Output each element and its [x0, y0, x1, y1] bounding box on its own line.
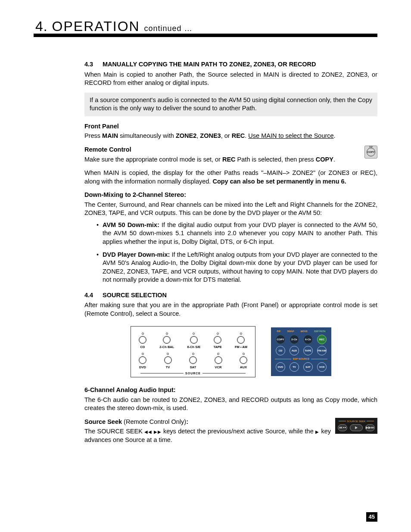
- section-4-4-intro: After making sure that you are in the ap…: [84, 301, 377, 318]
- src-cd: CD: [139, 333, 146, 349]
- panel-source-label: SOURCE: [139, 371, 247, 375]
- remote-top-labels: PIP SWAP MOVE SSP PATH: [274, 330, 329, 333]
- chapter-number: 4.: [35, 19, 48, 34]
- note-box: If a source component's audio is connect…: [84, 93, 377, 116]
- downmix-bullet-list: AVM 50 Down-mix: If the digital audio ou…: [97, 221, 377, 284]
- forward-icon: ▶▶: [154, 429, 161, 434]
- six-channel-heading: 6-Channel Analog Audio Input:: [84, 386, 377, 395]
- source-diagrams: CD 2-Ch BAL 6-Ch S/E TAPE FM • AM DVD TV…: [84, 326, 377, 378]
- key-rec: REC: [232, 132, 245, 139]
- text: , or: [221, 132, 232, 139]
- label: SOURCE: [185, 371, 201, 375]
- rbtn-cd: CD: [276, 346, 285, 355]
- continued-label: continued …: [144, 24, 193, 33]
- key-rec: REC: [222, 156, 236, 163]
- text: .: [334, 132, 336, 139]
- rbtn-copy: COPY: [276, 335, 285, 344]
- label: AUX: [240, 365, 247, 370]
- page-number: 45: [366, 512, 377, 522]
- text: keys detect the previous/next active Sou…: [161, 428, 315, 435]
- bullet-dvd-downmix: DVD Player Down-mix: If the Left/Right a…: [97, 251, 377, 284]
- rbtn-6ch: 6-Ch: [303, 335, 313, 344]
- chapter-heading: 4. OPERATION continued …: [35, 17, 193, 36]
- label: SAT: [190, 365, 196, 370]
- copy-icon-circle: COPY: [367, 148, 375, 156]
- copy-button-icon: PIP COPY: [364, 146, 377, 159]
- key-zone3: ZONE3: [200, 132, 221, 139]
- section-number: 4.3: [84, 60, 101, 69]
- remote-row-1: COPY 2-Ch 6-Ch REC: [274, 335, 329, 344]
- remote-row-2: CD AUX TAPE FM AM: [274, 346, 329, 355]
- bullet-avm50-downmix: AVM 50 Down-mix: If the digital audio ou…: [97, 221, 377, 246]
- label: VCR: [215, 365, 222, 370]
- label: SSP PATH: [314, 330, 326, 333]
- rbtn-dvd: DVD: [276, 362, 285, 372]
- rbtn-tape: TAPE: [303, 346, 313, 355]
- header-rule: [34, 34, 377, 37]
- section-4-4-heading: 4.4 SOURCE SELECTION: [84, 291, 377, 300]
- remote-diagram: PIP SWAP MOVE SSP PATH COPY 2-Ch 6-Ch RE…: [271, 327, 331, 376]
- key-zone2: ZONE2: [176, 132, 196, 139]
- seek-prev-icon: ⏮◀◀: [338, 424, 347, 431]
- remote-row-3: DVD TV SAT VCR: [274, 362, 329, 372]
- downmix-paragraph: The Center, Surround, and Rear channels …: [84, 201, 377, 218]
- pip-label: PIP: [365, 146, 377, 149]
- label: MOVE: [301, 330, 308, 333]
- copy-icon-label: COPY: [367, 150, 374, 154]
- source-seek-heading: Source Seek (Remote Control Only):: [84, 418, 377, 426]
- source-seek-diagram: SOURCE SEEK ⏮◀◀ ▶ ▶▶⏭: [335, 418, 377, 434]
- src-tv: TV: [164, 353, 172, 370]
- section-title: MANUALLY COPYING THE MAIN PATH TO ZONE2,…: [103, 61, 316, 68]
- label: DVD: [139, 365, 146, 370]
- label: CD: [140, 345, 145, 349]
- source-seek-body: The SOURCE SEEK ◀◀ ▶▶ keys detect the pr…: [84, 427, 377, 444]
- heading-bold: Source Seek: [84, 418, 122, 425]
- play-icon: ▶: [315, 429, 319, 434]
- label: SSP SOURCE: [293, 357, 309, 361]
- key-copy: COPY: [316, 156, 333, 163]
- bold-note: Copy can also be set permanently in menu…: [212, 178, 346, 185]
- src-vcr: VCR: [215, 353, 222, 370]
- section-4-3-intro: When Main is copied to another Path, the…: [84, 71, 377, 87]
- six-channel-body: The 6-Ch audio can be routed to ZONE2, Z…: [84, 396, 377, 413]
- label: PIP: [277, 330, 281, 333]
- section-title: SOURCE SELECTION: [103, 292, 167, 299]
- underlined-note: Use MAIN to select the Source: [248, 132, 333, 139]
- label: 6-Ch S/E: [187, 345, 200, 349]
- remote-control-heading: Remote Control: [84, 146, 377, 154]
- rbtn-aux: AUX: [290, 346, 299, 355]
- bullet-lead: AVM 50 Down-mix:: [103, 221, 159, 228]
- rbtn-tv: TV: [290, 362, 299, 372]
- seek-label: SOURCE SEEK: [338, 420, 375, 423]
- section-4-3-heading: 4.3 MANUALLY COPYING THE MAIN PATH TO ZO…: [84, 60, 377, 69]
- src-fm-am: FM • AM: [235, 333, 247, 349]
- src-aux: AUX: [240, 353, 247, 370]
- seek-play-icon: ▶: [350, 424, 363, 431]
- src-2ch-bal: 2-Ch BAL: [159, 333, 174, 349]
- text: Path is selected, then press: [236, 156, 316, 163]
- label: 2-Ch BAL: [159, 345, 174, 349]
- seek-next-icon: ▶▶⏭: [365, 424, 375, 431]
- rewind-icon: ◀◀: [144, 429, 152, 434]
- label: FM • AM: [235, 345, 247, 349]
- text: The SOURCE SEEK: [84, 428, 144, 435]
- rbtn-rec: REC: [317, 335, 327, 344]
- heading-plain: (Remote Control Only): [122, 418, 186, 425]
- panel-row-2: DVD TV SAT VCR AUX: [139, 353, 247, 370]
- label: SWAP: [287, 330, 294, 333]
- text: .: [333, 156, 335, 163]
- src-sat: SAT: [189, 353, 197, 370]
- text: Press: [84, 132, 102, 139]
- heading-colon: :: [186, 418, 188, 425]
- bullet-lead: DVD Player Down-mix:: [103, 251, 170, 258]
- section-number: 4.4: [84, 291, 101, 300]
- panel-row-1: CD 2-Ch BAL 6-Ch S/E TAPE FM • AM: [139, 333, 247, 349]
- main-copied-paragraph: When MAIN is copied, the display for the…: [84, 169, 377, 186]
- rbtn-sat: SAT: [303, 362, 313, 372]
- src-dvd: DVD: [139, 353, 146, 370]
- rbtn-2ch: 2-Ch: [290, 335, 299, 344]
- src-6ch-se: 6-Ch S/E: [187, 333, 200, 349]
- front-panel-instruction: Press MAIN simultaneously with ZONE2, ZO…: [84, 132, 377, 140]
- rbtn-fmam: FM AM: [317, 346, 327, 355]
- label: SOURCE SEEK: [347, 420, 365, 423]
